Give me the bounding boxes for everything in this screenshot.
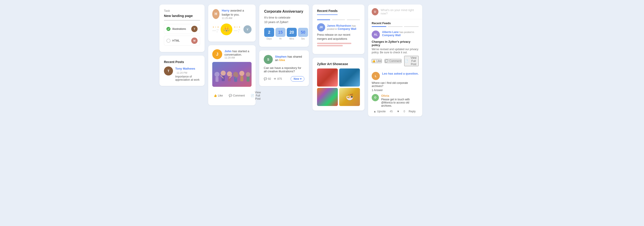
right-feeds-title: Recent Feeds bbox=[372, 22, 419, 25]
conversation-image bbox=[212, 62, 252, 87]
right-feed-actions: 👍 Like 💬 Comment 📄 View Full Post bbox=[372, 56, 419, 66]
svg-point-11 bbox=[246, 72, 250, 77]
right-like-icon: 👍 bbox=[372, 59, 376, 63]
task-label: Task bbox=[164, 9, 200, 13]
art-showcase-card: Zylker Art Showcase 🍜 bbox=[312, 58, 364, 111]
task-name: New landing page bbox=[164, 14, 200, 18]
svg-point-5 bbox=[227, 71, 232, 76]
empty-circle-icon bbox=[166, 39, 170, 43]
reply-button[interactable]: Reply bbox=[407, 109, 417, 114]
question-body: Where can I find old corporate archives? bbox=[372, 81, 419, 88]
right-tab-2[interactable] bbox=[388, 26, 402, 27]
answer-text-olivia: Please get in touch with @Monica to acce… bbox=[381, 98, 419, 107]
feed-avatar-james: JR bbox=[317, 23, 325, 32]
art-title: Zylker Art Showcase bbox=[317, 62, 360, 66]
feeds-card: Recent Feeds JR James Richardson has pos… bbox=[312, 5, 364, 54]
feeds-tab-1[interactable] bbox=[317, 20, 330, 20]
art-img-1 bbox=[317, 69, 338, 87]
new-label: New bbox=[294, 77, 299, 80]
feed-item-james: JR James Richardson has posted in Compan… bbox=[317, 23, 360, 46]
countdown: 2 Days 15 Hr 20 Mins 50 Sec bbox=[264, 28, 304, 40]
idea-stats: 💬 92 👁 875 New ▾ bbox=[264, 76, 304, 82]
feed-author-james: James Richardson bbox=[327, 24, 351, 27]
badge-time: 11:25 AM bbox=[222, 17, 252, 20]
answer-author-olivia: Olivia bbox=[381, 94, 419, 97]
svg-rect-10 bbox=[240, 76, 243, 81]
count-hr-num: 15 bbox=[276, 28, 286, 37]
comment-count: 92 bbox=[268, 77, 271, 80]
task-item-avatar: T bbox=[191, 26, 198, 32]
task-progress-bar bbox=[164, 20, 200, 21]
right-panel: U What's on your mind right now? Recent … bbox=[368, 5, 422, 116]
task-item-illustrations[interactable]: Illustrations T bbox=[164, 24, 200, 34]
task-item-avatar-2: M bbox=[191, 38, 198, 44]
anniversary-card: Corporate Anniversary It's time to celeb… bbox=[259, 5, 309, 47]
art-grid: 🍜 bbox=[317, 69, 360, 106]
comment-stat-icon: 💬 bbox=[264, 77, 267, 80]
comment-button[interactable]: 💬 Comment bbox=[228, 93, 246, 98]
question-author-name: Leo bbox=[382, 72, 388, 75]
right-view-full-button[interactable]: 📄 View Full Post bbox=[404, 56, 419, 66]
like-button[interactable]: 👍 Like bbox=[212, 93, 224, 98]
art-cell-4: 🍜 bbox=[339, 88, 360, 106]
upvote-button[interactable]: ▲ Upvote bbox=[372, 109, 388, 114]
downvote-icon: ▼ bbox=[397, 110, 400, 113]
post-time: 11:20 PM bbox=[176, 71, 187, 74]
badge-recipient-avatar: Y bbox=[244, 25, 252, 34]
count-days-num: 2 bbox=[264, 28, 274, 37]
conversation-card: J John has started a conversation. 11:28… bbox=[208, 45, 256, 105]
confetti-right: ✦ ✧ ✦ bbox=[234, 26, 240, 28]
downvote-count: 0 bbox=[404, 110, 405, 113]
idea-card: S Stephen has shared an Idea Can we have… bbox=[259, 50, 309, 86]
right-feed-alberto: AL Alberto Lane has posted in Company Wa… bbox=[368, 28, 422, 69]
svg-point-9 bbox=[239, 71, 244, 76]
answer-item-olivia: O Olivia Please get in touch with @Monic… bbox=[372, 94, 419, 107]
right-feed-body: We've revised and updated our privacy po… bbox=[372, 48, 419, 54]
right-feed-title: Changes in Zylker's privacy policy bbox=[372, 40, 419, 47]
count-days: 2 Days bbox=[264, 28, 274, 40]
upvote-icon: ▲ bbox=[374, 110, 376, 113]
confetti-left: ✦ ✧ ✦ bbox=[212, 26, 219, 28]
check-icon bbox=[166, 27, 170, 31]
badge-sender-avatar: H bbox=[212, 9, 220, 19]
right-feed-author: Alberto Lane bbox=[382, 31, 398, 34]
badge-text: Harry awarded a badge to you. bbox=[222, 9, 252, 17]
downvote-button[interactable]: ▼ bbox=[395, 109, 401, 114]
art-img-4: 🍜 bbox=[339, 88, 360, 106]
comment-icon: 💬 bbox=[229, 94, 232, 97]
view-full-post-button[interactable]: 📄 View Full Post bbox=[249, 90, 262, 101]
count-sec-num: 50 bbox=[298, 28, 308, 37]
conv-author: John bbox=[224, 50, 232, 53]
conv-avatar: J bbox=[212, 49, 222, 59]
feeds-tab-2[interactable] bbox=[332, 20, 345, 20]
recent-posts-card: Recent Posts T Tony Mathews 11:20 PM Imp… bbox=[160, 56, 204, 86]
right-input-placeholder[interactable]: What's on your mind right now? bbox=[381, 8, 419, 15]
question-avatar: L bbox=[372, 72, 380, 80]
right-tab-3[interactable] bbox=[404, 26, 419, 27]
new-button[interactable]: New ▾ bbox=[290, 76, 304, 82]
task-item-html[interactable]: HTML M bbox=[164, 36, 200, 46]
badge-icon: 👑 bbox=[220, 24, 232, 35]
right-feeds-tabs bbox=[372, 26, 419, 27]
art-img-2 bbox=[339, 69, 360, 87]
idea-tag: Idea bbox=[279, 58, 285, 62]
feeds-tab-3[interactable] bbox=[347, 20, 360, 20]
count-hr-label: Hr bbox=[279, 38, 282, 40]
view-count: 875 bbox=[277, 77, 282, 80]
count-days-label: Days bbox=[267, 38, 272, 40]
view-stat-icon: 👁 bbox=[274, 77, 276, 80]
right-tab-1[interactable] bbox=[372, 26, 386, 27]
svg-point-3 bbox=[221, 71, 226, 76]
right-like-button[interactable]: 👍 Like bbox=[372, 59, 382, 63]
svg-rect-2 bbox=[216, 77, 218, 82]
post-text: Importance of appreciation at work bbox=[175, 75, 200, 81]
right-view-icon: 📄 bbox=[405, 59, 408, 63]
right-feed-avatar-alberto: AL bbox=[372, 31, 380, 39]
question-author: Leo has asked a question. bbox=[382, 72, 419, 75]
like-icon: 👍 bbox=[214, 94, 217, 97]
svg-rect-12 bbox=[246, 77, 250, 82]
post-item[interactable]: T Tony Mathews 11:20 PM Importance of ap… bbox=[164, 66, 200, 81]
right-comment-button[interactable]: 💬 Comment bbox=[384, 59, 402, 63]
right-input-area[interactable]: U What's on your mind right now? bbox=[368, 5, 422, 19]
answer-avatar-olivia: O bbox=[372, 94, 379, 101]
